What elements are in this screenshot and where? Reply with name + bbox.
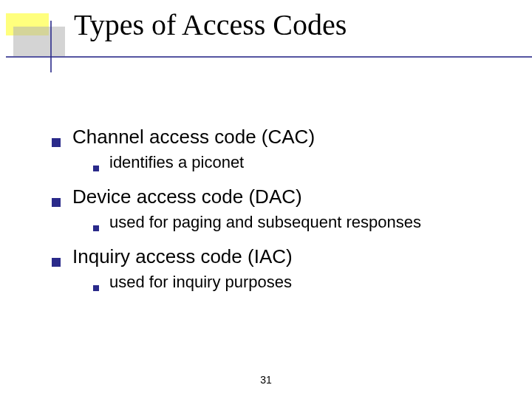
- list-subitem: used for inquiry purposes: [93, 273, 510, 292]
- square-bullet-icon: [93, 285, 99, 291]
- list-subitem-label: used for paging and subsequent responses: [109, 213, 421, 232]
- list-item-label: Channel access code (CAC): [72, 126, 315, 149]
- list-subitem-label: used for inquiry purposes: [109, 273, 292, 292]
- square-bullet-icon: [93, 166, 99, 171]
- slide-title: Types of Access Codes: [74, 7, 347, 42]
- slide: Types of Access Codes Channel access cod…: [0, 0, 532, 399]
- list-subitem: identifies a piconet: [93, 153, 510, 172]
- deco-vertical-line: [50, 21, 52, 72]
- list-item-label: Device access code (DAC): [72, 185, 302, 208]
- list-item: Channel access code (CAC): [52, 126, 510, 149]
- list-item: Inquiry access code (IAC): [52, 245, 510, 268]
- deco-horizontal-line: [6, 56, 532, 58]
- square-bullet-icon: [93, 225, 99, 231]
- list-subitem-label: identifies a piconet: [109, 153, 244, 172]
- list-item-label: Inquiry access code (IAC): [72, 245, 293, 268]
- square-bullet-icon: [52, 258, 61, 267]
- page-number: 31: [0, 374, 532, 386]
- deco-gray-box: [13, 27, 65, 56]
- square-bullet-icon: [52, 138, 61, 147]
- corner-decoration: [6, 13, 72, 65]
- list-subitem: used for paging and subsequent responses: [93, 213, 510, 232]
- slide-body: Channel access code (CAC) identifies a p…: [52, 118, 510, 305]
- square-bullet-icon: [52, 198, 61, 207]
- list-item: Device access code (DAC): [52, 185, 510, 208]
